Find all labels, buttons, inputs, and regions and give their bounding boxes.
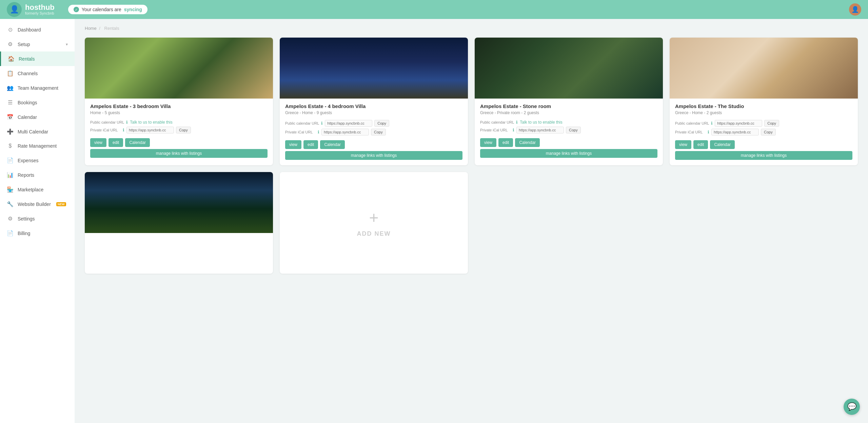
- stone-image: [475, 38, 663, 99]
- website-icon: 🔧: [7, 201, 14, 207]
- sidebar-item-rate[interactable]: $Rate Management: [0, 139, 75, 153]
- villa4-private-url-row: Private iCal URLℹhttps://app.syncbnb.ccC…: [285, 129, 462, 135]
- rental-card-studio: Ampelos Estate - The StudioGreece - Home…: [670, 38, 858, 165]
- studio-btn-edit[interactable]: edit: [693, 140, 708, 149]
- sidebar-label-calendar: Calendar: [18, 114, 37, 120]
- sidebar-label-multi-cal: Multi Calendar: [18, 129, 48, 134]
- villa4-private-copy-btn[interactable]: Copy: [371, 129, 386, 135]
- stone-private-label: Private iCal URL: [480, 128, 511, 132]
- villa4-btn-edit[interactable]: edit: [303, 140, 318, 149]
- chat-button[interactable]: 💬: [844, 399, 860, 415]
- main-content: Home / Rentals Ampelos Estate - 3 bedroo…: [75, 19, 868, 423]
- studio-private-url-row: Private iCal URLℹhttps://app.syncbnb.ccC…: [675, 129, 852, 135]
- sidebar-item-dashboard[interactable]: ⊙Dashboard: [0, 22, 75, 37]
- sidebar-item-calendar[interactable]: 📅Calendar: [0, 110, 75, 124]
- sidebar-item-expenses[interactable]: 📄Expenses: [0, 153, 75, 168]
- studio-manage-links-btn[interactable]: manage links with listings: [675, 151, 852, 160]
- sidebar-item-bookings[interactable]: ☰Bookings: [0, 95, 75, 110]
- stone-public-info-icon[interactable]: ℹ: [516, 120, 518, 125]
- sidebar-label-rate: Rate Management: [18, 143, 57, 149]
- stone-btn-calendar[interactable]: Calendar: [515, 138, 540, 147]
- layout: ⊙Dashboard⚙Setup▾🏠Rentals📋Channels👥Team …: [0, 19, 868, 423]
- stone-btn-edit[interactable]: edit: [498, 138, 513, 147]
- sidebar-item-team[interactable]: 👥Team Management: [0, 81, 75, 95]
- villa4-private-info-icon[interactable]: ℹ: [318, 130, 319, 134]
- villa4-btn-view[interactable]: view: [285, 140, 301, 149]
- sidebar-item-channels[interactable]: 📋Channels: [0, 66, 75, 81]
- sidebar-label-team: Team Management: [18, 85, 58, 91]
- studio-subtitle: Greece - Home - 2 guests: [675, 110, 852, 115]
- villa4-title: Ampelos Estate - 4 bedroom Villa: [285, 103, 462, 109]
- studio-public-url-row: Public calendar URLℹhttps://app.syncbnb.…: [675, 120, 852, 127]
- villa4-public-copy-btn[interactable]: Copy: [374, 120, 389, 127]
- villa3-private-copy-btn[interactable]: Copy: [176, 127, 191, 133]
- sync-link[interactable]: syncing: [124, 7, 142, 12]
- sidebar-item-setup[interactable]: ⚙Setup▾: [0, 37, 75, 51]
- villa4-image: [280, 38, 468, 99]
- villa3-manage-links-btn[interactable]: manage links with listings: [90, 149, 268, 158]
- studio-btn-view[interactable]: view: [675, 140, 691, 149]
- villa4-manage-links-btn[interactable]: manage links with listings: [285, 151, 462, 160]
- breadcrumb-separator: /: [99, 26, 100, 31]
- stone-private-info-icon[interactable]: ℹ: [513, 128, 514, 132]
- add-new-card[interactable]: +ADD NEW: [280, 172, 468, 274]
- sidebar-item-settings[interactable]: ⚙Settings: [0, 211, 75, 226]
- studio-private-copy-btn[interactable]: Copy: [761, 129, 776, 135]
- breadcrumb-home[interactable]: Home: [85, 26, 97, 31]
- sidebar-label-channels: Channels: [18, 71, 38, 76]
- studio-private-url: https://app.syncbnb.cc: [711, 129, 759, 135]
- villa4-actions: vieweditCalendarmanage links with listin…: [285, 140, 462, 160]
- avatar[interactable]: 👤: [849, 3, 861, 16]
- villa4-public-url: https://app.syncbnb.cc: [325, 120, 372, 127]
- stone-manage-links-btn[interactable]: manage links with listings: [480, 149, 657, 158]
- villa3-public-url-row: Public calendar URLℹTalk to us to enable…: [90, 120, 268, 125]
- rentals-icon: 🏠: [8, 56, 15, 62]
- villa4-btn-calendar[interactable]: Calendar: [320, 140, 345, 149]
- logo-icon: 👤: [7, 2, 22, 17]
- logo-text: hosthub formerly Syncbnb: [25, 4, 55, 15]
- logo-sub: formerly Syncbnb: [25, 11, 55, 15]
- studio-btn-calendar[interactable]: Calendar: [710, 140, 735, 149]
- breadcrumb-current: Rentals: [104, 26, 119, 31]
- stone-btn-view[interactable]: view: [480, 138, 496, 147]
- villa3-btn-view[interactable]: view: [90, 138, 106, 147]
- villa5-image: [85, 172, 273, 233]
- villa3-subtitle: Home - 5 guests: [90, 110, 268, 115]
- villa3-btn-edit[interactable]: edit: [108, 138, 123, 147]
- sidebar-item-billing[interactable]: 📄Billing: [0, 226, 75, 240]
- sidebar-label-reports: Reports: [18, 172, 34, 178]
- stone-talk-link[interactable]: Talk to us to enable this: [520, 120, 562, 125]
- studio-public-info-icon[interactable]: ℹ: [711, 121, 713, 126]
- rental-card-villa3: Ampelos Estate - 3 bedroom VillaHome - 5…: [85, 38, 273, 165]
- villa3-btn-calendar[interactable]: Calendar: [125, 138, 150, 147]
- stone-private-copy-btn[interactable]: Copy: [566, 127, 581, 133]
- calendar-icon: 📅: [7, 114, 14, 120]
- villa4-public-label: Public calendar URL: [285, 121, 319, 125]
- breadcrumb: Home / Rentals: [85, 26, 858, 31]
- topbar: 👤 hosthub formerly Syncbnb ✓ Your calend…: [0, 0, 868, 19]
- website-badge: NEW: [56, 202, 66, 206]
- sidebar-item-reports[interactable]: 📊Reports: [0, 168, 75, 182]
- villa3-private-url-row: Private iCal URLℹhttps://app.syncbnb.ccC…: [90, 127, 268, 133]
- villa3-title: Ampelos Estate - 3 bedroom Villa: [90, 103, 268, 109]
- sidebar-label-settings: Settings: [18, 216, 35, 221]
- sidebar-label-rentals: Rentals: [19, 56, 35, 62]
- logo-name: hosthub: [25, 4, 55, 11]
- cards-grid: Ampelos Estate - 3 bedroom VillaHome - 5…: [85, 38, 858, 274]
- stone-public-url-row: Public calendar URLℹTalk to us to enable…: [480, 120, 657, 125]
- settings-icon: ⚙: [7, 215, 14, 222]
- villa3-public-info-icon[interactable]: ℹ: [126, 120, 128, 125]
- sidebar-item-rentals[interactable]: 🏠Rentals: [0, 51, 75, 66]
- add-new-icon: +: [369, 208, 378, 227]
- villa4-public-url-row: Public calendar URLℹhttps://app.syncbnb.…: [285, 120, 462, 127]
- sidebar-item-multi-cal[interactable]: ➕Multi Calendar: [0, 124, 75, 139]
- sidebar-item-website[interactable]: 🔧Website BuilderNEW: [0, 197, 75, 211]
- villa3-talk-link[interactable]: Talk to us to enable this: [130, 120, 172, 125]
- villa3-private-info-icon[interactable]: ℹ: [123, 128, 124, 132]
- studio-public-copy-btn[interactable]: Copy: [764, 120, 779, 127]
- villa4-public-info-icon[interactable]: ℹ: [321, 121, 323, 126]
- studio-private-info-icon[interactable]: ℹ: [708, 130, 709, 134]
- sync-dot: ✓: [74, 7, 79, 12]
- villa3-public-label: Public calendar URL: [90, 120, 124, 124]
- sidebar-item-marketplace[interactable]: 🏪Marketplace: [0, 182, 75, 197]
